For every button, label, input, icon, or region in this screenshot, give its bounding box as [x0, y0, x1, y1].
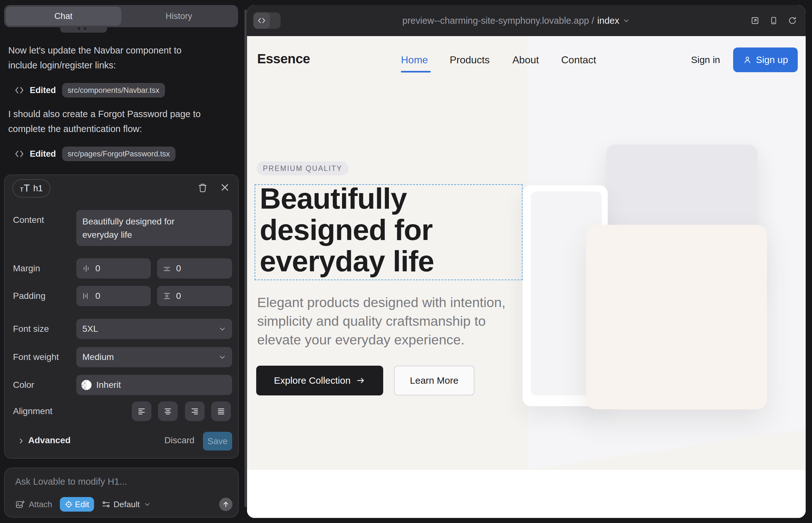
h1-selection-outline[interactable]: Beautifully designed for everyday life [254, 184, 523, 280]
nav-products[interactable]: Products [450, 54, 490, 66]
nav-about[interactable]: About [512, 54, 539, 66]
code-toggle-segment[interactable] [253, 12, 270, 29]
attach-button[interactable]: Attach [15, 500, 52, 509]
align-left-icon [137, 407, 146, 416]
close-editor-button[interactable] [220, 183, 230, 192]
margin-horizontal-icon [82, 264, 91, 273]
padding-y-value: 0 [176, 291, 181, 301]
color-select[interactable]: Inherit [76, 375, 232, 395]
margin-x-value: 0 [95, 264, 100, 273]
trash-icon [198, 183, 208, 193]
sign-in-link[interactable]: Sign in [691, 54, 720, 65]
mobile-view-icon[interactable] [770, 16, 778, 25]
scrolled-chip-fragment [60, 27, 107, 33]
font-weight-label: Font weight [13, 352, 59, 362]
tab-chat-label: Chat [54, 12, 72, 21]
margin-x-input[interactable]: 0 [76, 258, 151, 278]
padding-horizontal-icon [82, 292, 91, 301]
color-swatch [82, 380, 91, 390]
hero-heading-line: everyday life [260, 246, 434, 277]
tab-history[interactable]: History [121, 7, 237, 26]
color-label: Color [13, 380, 34, 390]
content-input[interactable]: Beautifully designed for everyday life [76, 210, 232, 246]
edited-label: Edited [30, 149, 56, 159]
site-logo[interactable]: Essence [257, 51, 310, 67]
site-header: Essence Home Products About Contact Sign… [247, 36, 806, 85]
chat-scrollbar[interactable] [245, 10, 247, 507]
nav-contact[interactable]: Contact [561, 54, 596, 66]
edit-mode-label: Edit [75, 500, 89, 509]
advanced-toggle[interactable]: Advanced [28, 435, 71, 446]
explore-collection-button[interactable]: Explore Collection [256, 366, 383, 395]
save-button[interactable]: Save [203, 432, 232, 451]
padding-label: Padding [13, 291, 46, 301]
discard-button[interactable]: Discard [164, 435, 194, 446]
send-button[interactable] [219, 498, 232, 511]
content-label: Content [13, 215, 44, 225]
arrow-up-icon [222, 500, 230, 508]
model-default-button[interactable]: Default [102, 500, 151, 509]
font-weight-select[interactable]: Medium [76, 347, 232, 367]
font-size-select[interactable]: 5XL [76, 319, 232, 339]
chat-message: I should also create a Forgot Password p… [8, 107, 201, 137]
premium-quality-badge: PREMIUM QUALITY [257, 161, 349, 175]
attach-image-icon [15, 500, 25, 509]
url-page: index [597, 16, 619, 26]
badge-label: PREMIUM QUALITY [263, 164, 342, 173]
edited-label: Edited [30, 86, 56, 95]
edited-file-row: Edited src/components/Navbar.tsx [15, 83, 165, 97]
edited-file-row: Edited src/pages/ForgotPassword.tsx [15, 147, 175, 161]
align-right-button[interactable] [185, 401, 205, 421]
align-left-button[interactable] [132, 401, 152, 421]
edit-mode-pill[interactable]: Edit [60, 497, 94, 511]
sign-up-button[interactable]: Sign up [733, 48, 798, 72]
chat-message-line: Now let's update the Navbar component to [8, 43, 181, 58]
edited-file-chip[interactable]: src/components/Navbar.tsx [62, 83, 165, 97]
tab-chat[interactable]: Chat [6, 7, 121, 26]
align-justify-button[interactable] [211, 401, 231, 421]
margin-y-input[interactable]: 0 [157, 258, 232, 278]
element-tag-name: h1 [33, 184, 43, 194]
open-in-new-icon[interactable] [751, 16, 759, 25]
code-preview-toggle[interactable] [253, 12, 281, 29]
align-center-icon [163, 407, 173, 416]
padding-x-input[interactable]: 0 [76, 286, 151, 306]
delete-element-button[interactable] [198, 183, 208, 193]
learn-more-label: Learn More [410, 375, 458, 386]
url-bar[interactable]: preview--charming-site-symphony.lovable.… [403, 5, 630, 36]
color-value: Inherit [96, 380, 121, 390]
chevron-down-icon [622, 17, 630, 24]
browser-toolbar: preview--charming-site-symphony.lovable.… [247, 5, 806, 36]
align-center-button[interactable] [158, 401, 178, 421]
edited-file-chip[interactable]: src/pages/ForgotPassword.tsx [62, 147, 176, 161]
section-below-hero [247, 470, 806, 518]
padding-y-input[interactable]: 0 [157, 286, 232, 306]
user-icon [743, 55, 752, 64]
element-tag-pill[interactable]: тT h1 [12, 179, 50, 198]
align-right-icon [190, 407, 199, 416]
chevron-down-icon [143, 501, 151, 508]
explore-collection-label: Explore Collection [274, 375, 351, 386]
hero-paragraph-line: elevate your everyday experience. [257, 330, 506, 349]
learn-more-button[interactable]: Learn More [394, 366, 474, 395]
chat-message: Now let's update the Navbar component to… [8, 43, 181, 73]
chevron-right-icon [17, 437, 25, 445]
target-icon [65, 500, 73, 508]
content-value-line: Beautifully designed for [82, 215, 175, 228]
content-value-line: everyday life [82, 228, 175, 241]
refresh-icon[interactable] [788, 16, 797, 25]
alignment-label: Alignment [13, 406, 53, 416]
hero-heading: Beautifully designed for everyday life [260, 183, 434, 277]
text-size-icon: тT [20, 183, 30, 194]
chat-composer: Ask Lovable to modify H1... Attach Edit … [4, 468, 239, 518]
font-weight-value: Medium [82, 352, 114, 362]
hero-paragraph-line: simplicity and quality craftsmanship to [257, 312, 506, 330]
model-default-label: Default [114, 500, 140, 509]
arrow-right-icon [356, 376, 366, 385]
element-editor-panel: тT h1 Content Beautifully designed for e… [4, 175, 239, 459]
composer-input[interactable]: Ask Lovable to modify H1... [15, 476, 127, 487]
chat-panel: Chat History Now let's update the Navbar… [0, 0, 247, 523]
nav-home[interactable]: Home [401, 54, 428, 66]
hero-paragraph: Elegant products designed with intention… [257, 293, 506, 349]
nav-home-underline [401, 71, 431, 72]
